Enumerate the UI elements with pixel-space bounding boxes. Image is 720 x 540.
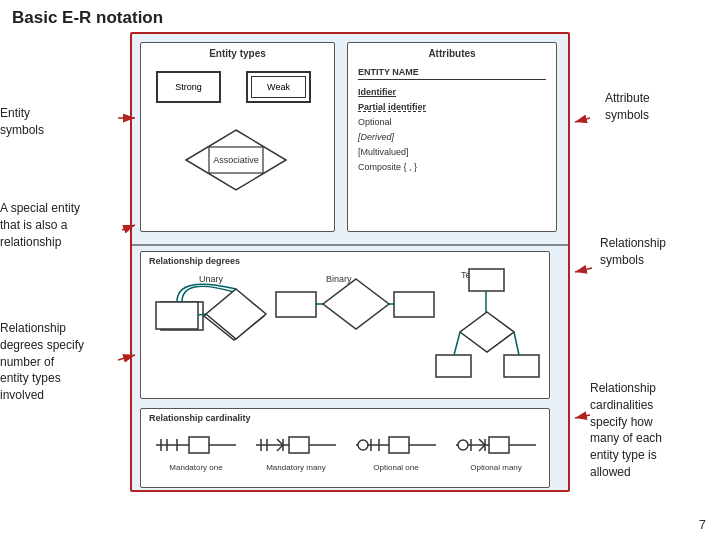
diagram-area: Entity types Strong Weak Associative Att… — [130, 32, 570, 492]
attributes-box: Attributes ENTITY NAME Identifier Partia… — [347, 42, 557, 232]
card-mandatory-many-label: Mandatory many — [266, 463, 326, 472]
svg-point-50 — [458, 440, 468, 450]
rel-cardinality-box: Relationship cardinality Mandat — [140, 408, 550, 488]
attr-partial-identifier: Partial identifier — [358, 100, 426, 115]
svg-rect-16 — [276, 292, 316, 317]
svg-line-61 — [575, 118, 590, 122]
card-optional-one-label: Optional one — [373, 463, 418, 472]
svg-rect-34 — [289, 437, 309, 453]
svg-rect-42 — [389, 437, 409, 453]
rel-degrees-label: Relationship degrees — [149, 256, 240, 266]
card-mandatory-one-label: Mandatory one — [169, 463, 222, 472]
attr-identifier: Identifier — [358, 85, 426, 100]
label-entity-symbols: Entity symbols — [0, 105, 115, 139]
mandatory-one-svg — [151, 429, 241, 461]
card-mandatory-many: Mandatory many — [246, 429, 346, 472]
bottom-section: Relationship degrees Unary — [132, 246, 568, 494]
svg-rect-13 — [156, 302, 198, 329]
svg-line-62 — [575, 268, 592, 272]
label-relationship-symbols: Relationship symbols — [600, 235, 715, 269]
svg-rect-28 — [189, 437, 209, 453]
attr-multivalued: [Multivalued] — [358, 145, 426, 160]
attr-derived: [Derived] — [358, 130, 426, 145]
label-special-entity: A special entity that is also a relation… — [0, 200, 120, 250]
page-title: Basic E-R notation — [12, 8, 163, 28]
label-relationship-cardinalities: Relationship cardinalities specify how m… — [590, 380, 705, 481]
svg-line-38 — [277, 439, 283, 445]
svg-rect-48 — [489, 437, 509, 453]
svg-line-53 — [479, 445, 485, 451]
unary-diagram-proper — [146, 267, 286, 382]
label-attribute-symbols: Attribute symbols — [605, 90, 715, 124]
svg-line-63 — [575, 415, 590, 418]
svg-line-27 — [514, 332, 519, 355]
mandatory-many-svg — [251, 429, 341, 461]
entity-weak-box: Weak — [246, 71, 311, 103]
rel-cardinality-label: Relationship cardinality — [149, 413, 251, 423]
ternary-diagram — [431, 267, 546, 387]
page-number: 7 — [699, 517, 706, 532]
entity-strong-box: Strong — [156, 71, 221, 103]
optional-many-svg — [451, 429, 541, 461]
entity-types-box: Entity types Strong Weak Associative — [140, 42, 335, 232]
svg-marker-14 — [206, 289, 266, 339]
attr-entity-name: ENTITY NAME — [358, 67, 546, 80]
entity-types-label: Entity types — [209, 48, 266, 59]
svg-rect-24 — [504, 355, 539, 377]
card-optional-one: Optional one — [346, 429, 446, 472]
binary-diagram — [271, 267, 446, 347]
svg-line-15 — [198, 314, 206, 315]
svg-line-26 — [454, 332, 460, 355]
card-optional-many-label: Optional many — [470, 463, 522, 472]
svg-marker-22 — [460, 312, 514, 352]
label-rel-degrees: Relationship degrees specify number of e… — [0, 320, 115, 404]
svg-marker-17 — [323, 279, 389, 329]
card-mandatory-one: Mandatory one — [146, 429, 246, 472]
attr-composite: Composite { , } — [358, 160, 426, 175]
attributes-label: Attributes — [428, 48, 475, 59]
svg-rect-18 — [394, 292, 434, 317]
svg-line-52 — [479, 439, 485, 445]
svg-point-44 — [358, 440, 368, 450]
svg-rect-23 — [436, 355, 471, 377]
rel-degrees-box: Relationship degrees Unary — [140, 251, 550, 399]
attr-optional: Optional — [358, 115, 426, 130]
optional-one-svg — [351, 429, 441, 461]
entity-associative-diamond: Associative — [181, 125, 291, 195]
svg-text:Associative: Associative — [213, 155, 259, 165]
svg-rect-21 — [469, 269, 504, 291]
svg-line-39 — [277, 445, 283, 451]
cardinality-symbols-row: Mandatory one — [146, 429, 546, 472]
card-optional-many: Optional many — [446, 429, 546, 472]
attr-list: Identifier Partial identifier Optional [… — [358, 85, 426, 175]
